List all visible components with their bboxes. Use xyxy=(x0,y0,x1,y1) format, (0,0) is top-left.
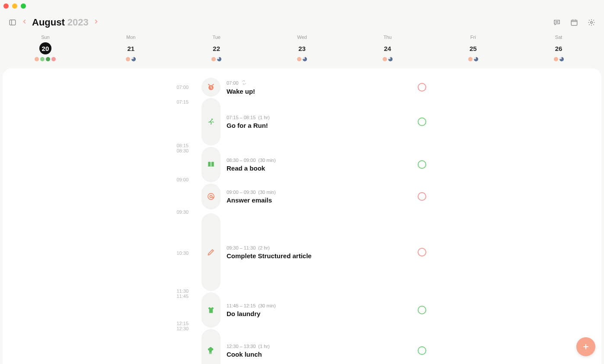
day-of-week-label: Thu xyxy=(383,35,392,40)
time-label: 11:45 xyxy=(176,294,189,299)
sidebar-toggle-icon xyxy=(9,19,16,26)
year-label: 2023 xyxy=(67,17,89,28)
indicator-dot xyxy=(383,57,387,61)
day-indicator-dots xyxy=(211,57,221,61)
month-title[interactable]: August 2023 xyxy=(32,17,89,28)
event-time-text: 09:30 – 11:30 xyxy=(227,245,256,250)
day-sat[interactable]: Sat26 xyxy=(516,33,601,63)
book-icon xyxy=(207,160,215,169)
svg-rect-0 xyxy=(10,20,16,25)
indicator-dot xyxy=(131,57,136,61)
at-sign-icon xyxy=(207,192,215,201)
topbar-right xyxy=(552,18,596,27)
settings-button[interactable] xyxy=(587,18,596,27)
indicator-dot xyxy=(40,57,45,61)
day-of-week-label: Sat xyxy=(555,35,562,40)
time-gutter: 07:0007:1508:1508:3009:0009:3010:3011:30… xyxy=(3,78,196,364)
complete-toggle[interactable] xyxy=(418,248,426,256)
event-cook[interactable]: 12:30 – 13:30 (1 hr)Cook lunch xyxy=(201,329,431,364)
complete-toggle[interactable] xyxy=(418,346,426,355)
day-indicator-dots xyxy=(468,57,478,61)
complete-toggle[interactable] xyxy=(418,160,426,169)
day-number: 21 xyxy=(125,42,137,54)
event-read[interactable]: 08:30 – 09:00 (30 min)Read a book xyxy=(201,147,431,182)
chat-button[interactable] xyxy=(552,18,562,27)
topbar: August 2023 xyxy=(0,16,604,28)
day-number: 23 xyxy=(296,42,308,54)
svg-point-2 xyxy=(556,22,556,22)
time-label: 12:30 xyxy=(176,326,189,331)
event-time-row: 07:15 – 08:15 (1 hr) xyxy=(227,115,270,120)
topbar-left: August 2023 xyxy=(8,17,99,28)
event-run[interactable]: 07:15 – 08:15 (1 hr)Go for a Run! xyxy=(201,98,431,146)
svg-rect-5 xyxy=(571,20,577,25)
complete-toggle[interactable] xyxy=(418,306,426,314)
event-title: Go for a Run! xyxy=(227,122,270,129)
day-fri[interactable]: Fri25 xyxy=(430,33,516,63)
chevron-left-icon xyxy=(22,19,28,25)
time-label: 07:15 xyxy=(176,99,189,104)
event-icon-track xyxy=(201,184,221,209)
event-time-row: 09:30 – 11:30 (2 hr) xyxy=(227,245,312,250)
complete-toggle[interactable] xyxy=(418,117,426,126)
event-body: 09:00 – 09:30 (30 min)Answer emails xyxy=(227,184,276,209)
day-number: 20 xyxy=(39,42,51,54)
complete-toggle[interactable] xyxy=(418,83,426,92)
day-number: 22 xyxy=(211,42,223,54)
event-laundry[interactable]: 11:45 – 12:15 (30 min)Do laundry xyxy=(201,292,431,328)
day-wed[interactable]: Wed23 xyxy=(259,33,345,63)
indicator-dot xyxy=(474,57,478,61)
day-mon[interactable]: Mon21 xyxy=(88,33,174,63)
calendar-button[interactable] xyxy=(569,18,579,27)
day-sun[interactable]: Sun20 xyxy=(3,33,88,63)
events-column: 07:00Wake up!07:15 – 08:15 (1 hr)Go for … xyxy=(201,78,431,364)
running-icon xyxy=(207,117,215,126)
time-label: 09:00 xyxy=(176,177,189,182)
add-event-button[interactable] xyxy=(576,337,595,356)
month-label: August xyxy=(32,17,65,28)
day-of-week-label: Wed xyxy=(297,35,307,40)
gear-icon xyxy=(588,19,595,26)
next-month-button[interactable] xyxy=(93,19,99,26)
day-thu[interactable]: Thu24 xyxy=(345,33,430,63)
sidebar-toggle-button[interactable] xyxy=(8,18,17,27)
timeline: 07:0007:1508:1508:3009:0009:3010:3011:30… xyxy=(3,78,601,364)
event-title: Read a book xyxy=(227,165,276,172)
maximize-window[interactable] xyxy=(21,3,26,9)
event-body: 11:45 – 12:15 (30 min)Do laundry xyxy=(227,292,276,328)
day-tue[interactable]: Tue22 xyxy=(174,33,259,63)
event-duration: (30 min) xyxy=(258,158,275,163)
event-title: Do laundry xyxy=(227,310,276,317)
complete-toggle[interactable] xyxy=(418,192,426,201)
day-indicator-dots xyxy=(126,57,136,61)
svg-point-4 xyxy=(558,22,558,22)
pencil-icon xyxy=(207,248,215,256)
event-icon-track xyxy=(201,78,221,97)
time-label: 12:15 xyxy=(176,321,189,326)
time-label: 07:00 xyxy=(176,85,189,90)
minimize-window[interactable] xyxy=(12,3,17,9)
event-wakeup[interactable]: 07:00Wake up! xyxy=(201,78,431,97)
time-label: 10:30 xyxy=(176,250,189,256)
week-strip: Sun20Mon21Tue22Wed23Thu24Fri25Sat26 xyxy=(0,33,604,63)
day-number: 26 xyxy=(553,42,565,54)
event-time-row: 08:30 – 09:00 (30 min) xyxy=(227,158,276,163)
event-body: 07:15 – 08:15 (1 hr)Go for a Run! xyxy=(227,98,270,146)
chef-hat-icon xyxy=(207,346,215,355)
plus-icon xyxy=(582,342,590,351)
event-title: Answer emails xyxy=(227,196,276,204)
event-duration: (30 min) xyxy=(258,303,275,308)
event-title: Cook lunch xyxy=(227,351,270,358)
indicator-dot xyxy=(297,57,301,61)
event-emails[interactable]: 09:00 – 09:30 (30 min)Answer emails xyxy=(201,184,431,209)
indicator-dot xyxy=(388,57,393,61)
indicator-dot xyxy=(303,57,307,61)
indicator-dot xyxy=(559,57,564,61)
event-body: 09:30 – 11:30 (2 hr)Complete Structured … xyxy=(227,213,312,291)
day-of-week-label: Tue xyxy=(212,35,221,40)
indicator-dot xyxy=(51,57,56,61)
prev-month-button[interactable] xyxy=(22,19,28,26)
close-window[interactable] xyxy=(3,3,9,9)
event-time-row: 11:45 – 12:15 (30 min) xyxy=(227,303,276,308)
event-article[interactable]: 09:30 – 11:30 (2 hr)Complete Structured … xyxy=(201,213,431,291)
